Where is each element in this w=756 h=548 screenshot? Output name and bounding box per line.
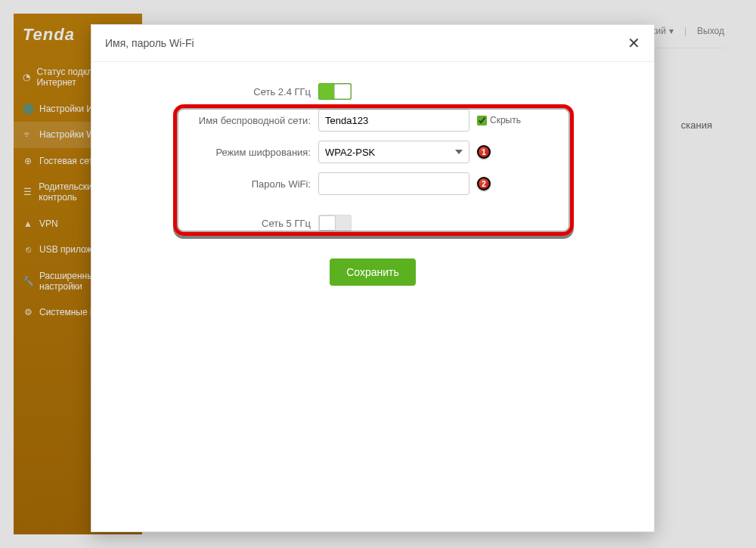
modal-header: Имя, пароль Wi-Fi ✕ xyxy=(91,25,654,62)
hide-checkbox-label: Скрыть xyxy=(490,115,521,125)
hide-checkbox-input[interactable] xyxy=(477,116,487,125)
row-password: Пароль WiFi: 2 xyxy=(91,172,654,195)
label-encryption: Режим шифрования: xyxy=(91,147,318,158)
label-password: Пароль WiFi: xyxy=(91,178,318,190)
wifi-modal: Имя, пароль Wi-Fi ✕ Сеть 2.4 ГГц Имя бес… xyxy=(91,24,655,532)
toggle-24ghz[interactable] xyxy=(318,83,352,100)
label-5ghz: Сеть 5 ГГц xyxy=(91,218,318,229)
save-button[interactable]: Сохранить xyxy=(330,259,416,286)
close-icon[interactable]: ✕ xyxy=(627,36,640,51)
ssid-input[interactable] xyxy=(318,109,469,132)
toggle-5ghz[interactable] xyxy=(318,215,352,231)
annotation-marker-2: 2 xyxy=(477,177,491,190)
encryption-select[interactable]: WPA2-PSK xyxy=(318,141,469,163)
hide-ssid-checkbox[interactable]: Скрыть xyxy=(477,115,521,125)
row-5ghz: Сеть 5 ГГц xyxy=(91,215,654,231)
label-24ghz: Сеть 2.4 ГГц xyxy=(91,86,318,98)
row-ssid: Имя беспроводной сети: Скрыть xyxy=(91,109,654,132)
modal-title: Имя, пароль Wi-Fi xyxy=(105,37,194,49)
password-input[interactable] xyxy=(318,172,469,195)
label-ssid: Имя беспроводной сети: xyxy=(91,115,318,126)
row-24ghz: Сеть 2.4 ГГц xyxy=(91,83,654,100)
modal-body: Сеть 2.4 ГГц Имя беспроводной сети: Скры… xyxy=(91,62,654,531)
annotation-marker-1: 1 xyxy=(477,145,491,159)
row-encryption: Режим шифрования: WPA2-PSK 1 xyxy=(91,141,654,163)
